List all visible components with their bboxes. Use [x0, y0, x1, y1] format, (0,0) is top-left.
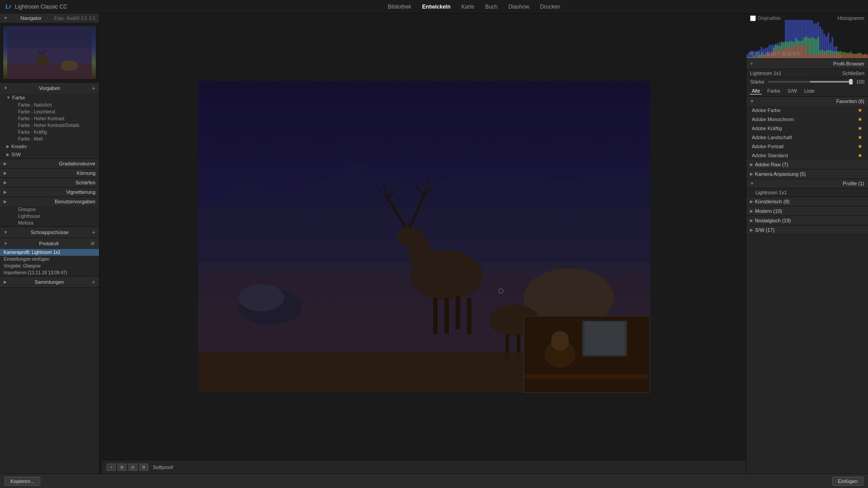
schnapp-header[interactable]: ▼ Schnappschüsse +	[0, 227, 99, 238]
prot-triangle: ▼	[4, 241, 8, 246]
nav-bibliothek[interactable]: Bibliothek	[388, 4, 411, 10]
benutzer-header[interactable]: ▶ Benutzervorgaben	[0, 197, 99, 206]
profile-lightroom-1x1[interactable]: Lightroom 1x1	[746, 188, 868, 197]
center-panel: ▪ ⊞ ⊟ ⚙ Softproof	[102, 14, 746, 474]
svg-rect-36	[517, 334, 520, 361]
protokoll-header[interactable]: ▼ Protokoll ✕	[0, 238, 99, 249]
fav-monochrom-star[interactable]: ★	[858, 116, 863, 122]
prot-item-3[interactable]: Importieren (13.11.18 13:09:47)	[0, 269, 99, 276]
fav-kraftig-star[interactable]: ★	[858, 125, 863, 131]
preset-group-farbe-header[interactable]: ▼ Farbe	[0, 94, 99, 102]
kornung-header[interactable]: ▶ Körnung	[0, 169, 99, 178]
view-1-1-b[interactable]: 1:1	[89, 16, 95, 21]
sammlungen-section: ▶ Sammlungen +	[0, 277, 99, 288]
originalfoto-checkbox[interactable]	[750, 15, 756, 21]
svg-rect-35	[505, 334, 509, 361]
kamera-section[interactable]: ▶ Kamera Anpassung (5)	[746, 169, 868, 179]
prot-item-1[interactable]: Einstellungen einfügen	[0, 256, 99, 263]
filter-tab-sw[interactable]: S/W	[786, 88, 799, 94]
fav-adobe-standard[interactable]: Adobe Standard ★	[746, 151, 868, 160]
benutzer-melissa[interactable]: Melissa	[0, 220, 99, 226]
fav-landschaft-star[interactable]: ★	[858, 134, 863, 141]
nav-diashow[interactable]: Diashow	[509, 4, 529, 10]
vorgaben-add[interactable]: +	[92, 84, 95, 92]
view-1-1[interactable]: 1:1	[81, 16, 87, 21]
fav-standard-label: Adobe Standard	[752, 153, 788, 158]
samml-header[interactable]: ▶ Sammlungen +	[0, 277, 99, 287]
gradationskurve-header[interactable]: ▶ Gradationskurve	[0, 159, 99, 168]
benutzer-lighthouse[interactable]: Lighthouse	[0, 213, 99, 220]
samml-add[interactable]: +	[92, 278, 95, 286]
preset-farbe-naturlich[interactable]: Farbe - Natürlich	[0, 102, 99, 108]
fav-adobe-farbe[interactable]: Adobe Farbe ★	[746, 106, 868, 115]
add-profile-icon[interactable]: +	[750, 61, 753, 67]
single-view-icon[interactable]: ▪	[107, 464, 116, 471]
copy-button[interactable]: Kopieren...	[5, 477, 40, 486]
svg-rect-17	[433, 298, 438, 334]
fav-adobe-portrait[interactable]: Adobe Portrait ★	[746, 142, 868, 151]
adobe-raw-section[interactable]: ▶ Adobe Raw (7)	[746, 160, 868, 169]
preset-farbe-kraftig[interactable]: Farbe - Kräftig	[0, 129, 99, 136]
scharfen-header[interactable]: ▶ Schärfen	[0, 178, 99, 187]
svg-point-8	[61, 61, 78, 71]
preset-farbe-hoher-kontrast-details[interactable]: Farbe - Hoher Kontrast/Details	[0, 122, 99, 129]
vignettierung-section: ▶ Vignettierung	[0, 188, 99, 197]
photo-area[interactable]	[102, 14, 746, 460]
favoriten-header[interactable]: ▼ Favoriten (6)	[746, 97, 868, 106]
nav-karte[interactable]: Karte	[462, 4, 475, 10]
nav-buch[interactable]: Buch	[485, 4, 497, 10]
hist-r: R 39,6	[750, 52, 763, 56]
kunstlerisch-section[interactable]: ▶ Künstlerisch (8)	[746, 197, 868, 206]
fav-adobe-kraftig[interactable]: Adobe Kräftig ★	[746, 124, 868, 133]
nav-drucken[interactable]: Drucken	[540, 4, 561, 10]
sw-profile-section[interactable]: ▶ S/W (17)	[746, 225, 868, 235]
filter-tab-liste[interactable]: Liste	[802, 88, 816, 94]
navigator-triangle: ▼	[4, 16, 8, 20]
softproof-badge: Softproof	[153, 465, 173, 470]
navigator-thumbnail	[0, 23, 99, 82]
fav-standard-star[interactable]: ★	[858, 152, 863, 159]
settings-icon[interactable]: ⚙	[139, 464, 148, 471]
filter-tab-farbe[interactable]: Farbe	[765, 88, 782, 94]
samml-title: Sammlungen	[34, 279, 64, 285]
benutzer-glasgow[interactable]: Glasgow	[0, 206, 99, 213]
starke-slider-row: Stärke 100	[746, 78, 868, 86]
view-erps[interactable]: Erps.	[54, 16, 65, 21]
svg-point-41	[499, 289, 503, 293]
preset-farbe-hoher-kontrast[interactable]: Farbe - Hoher Kontrast	[0, 115, 99, 122]
survey-view-icon[interactable]: ⊟	[128, 464, 137, 471]
navigator-header[interactable]: ▼ Navigator Erps. Ausfül 1:1 1:1	[0, 14, 99, 23]
sw-profile-triangle: ▶	[750, 228, 753, 232]
preset-group-sw-header[interactable]: ▶ S/W	[0, 150, 99, 159]
preset-farbe-leuchtend[interactable]: Farbe - Leuchtend	[0, 108, 99, 115]
profile-1-header[interactable]: ▼ Profile (1)	[746, 179, 868, 188]
fav-adobe-monochrom[interactable]: Adobe Monochrom ★	[746, 115, 868, 124]
preset-farbe-matt[interactable]: Farbe - Matt	[0, 136, 99, 142]
modern-section[interactable]: ▶ Modern (10)	[746, 206, 868, 216]
vign-title: Vignettierung	[66, 189, 95, 195]
vorgaben-header[interactable]: ▼ Vorgaben +	[0, 83, 99, 94]
paste-button[interactable]: Einfügen	[832, 477, 863, 486]
prot-item-2[interactable]: Vorgabe: Glasgow	[0, 263, 99, 269]
view-ausfull[interactable]: Ausfül	[66, 16, 79, 21]
fav-farbe-star[interactable]: ★	[858, 107, 863, 113]
filter-tab-alle[interactable]: Alle	[750, 88, 762, 94]
nostalgisch-section[interactable]: ▶ Nostalgisch (19)	[746, 216, 868, 225]
fav-monochrom-label: Adobe Monochrom	[752, 117, 794, 122]
protokoll-section: ▼ Protokoll ✕ Kameraprofil: Lightroom 1x…	[0, 238, 99, 277]
farbe-triangle: ▼	[6, 95, 10, 100]
fav-adobe-landschaft[interactable]: Adobe Landschaft ★	[746, 133, 868, 142]
prot-clear[interactable]: ✕	[90, 240, 95, 247]
close-profile-btn[interactable]: Schließen	[842, 70, 864, 76]
fav-portrait-star[interactable]: ★	[858, 143, 863, 150]
nav-entwickeln[interactable]: Entwickeln	[422, 4, 451, 10]
prot-item-0[interactable]: Kameraprofil: Lightroom 1x1	[0, 249, 99, 256]
bottom-toolbar: Kopieren... Einfügen	[0, 474, 868, 488]
app-name: Lightroom Classic CC	[15, 4, 67, 10]
schnapp-add[interactable]: +	[92, 229, 95, 236]
preset-group-kreativ-header[interactable]: ▶ Kreativ	[0, 142, 99, 150]
vign-header[interactable]: ▶ Vignettierung	[0, 188, 99, 197]
compare-view-icon[interactable]: ⊞	[118, 464, 127, 471]
profile-browser-header: + Profil-Browser	[746, 59, 868, 69]
starke-slider[interactable]	[768, 81, 853, 83]
